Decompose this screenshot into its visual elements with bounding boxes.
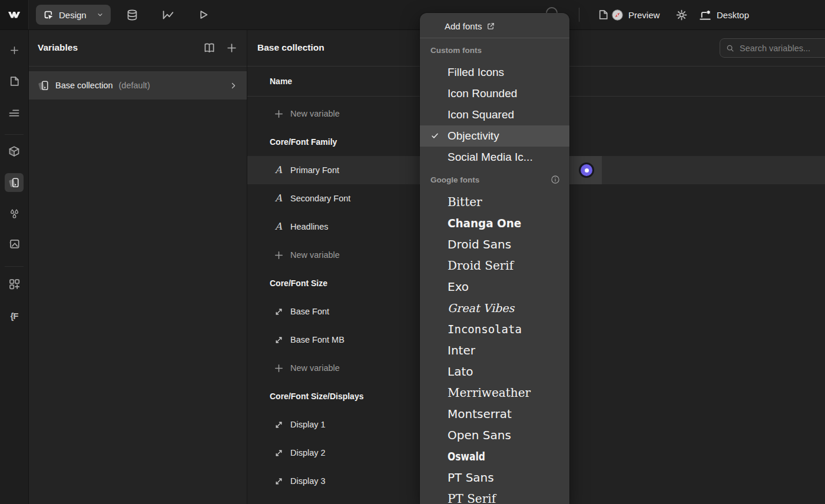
font-variable-icon: A	[273, 165, 284, 175]
row-label: New variable	[290, 109, 340, 118]
collection-row-base-collection[interactable]: Base collection (default)	[28, 71, 247, 100]
preview-label: Preview	[628, 10, 660, 20]
desktop-label: Desktop	[717, 10, 749, 20]
font-option-label: Inconsolata	[448, 323, 522, 336]
font-option-changa-one[interactable]: Changa One	[420, 213, 569, 234]
font-option-label: Lato	[448, 364, 473, 379]
font-option-label: Oswald	[448, 449, 485, 463]
plus-icon	[273, 108, 284, 119]
font-option-label: Filled Icons	[448, 66, 504, 79]
swatchbook-icon	[38, 79, 49, 91]
font-option-great-vibes[interactable]: Great Vibes	[420, 297, 569, 319]
font-option-label: Exo	[448, 280, 469, 294]
font-option-label: Bitter	[448, 195, 482, 209]
rail-components-icon[interactable]	[5, 142, 24, 161]
font-variable-icon: A	[273, 221, 284, 232]
collection-default-suffix: (default)	[119, 81, 150, 90]
font-option-lato[interactable]: Lato	[420, 361, 569, 382]
row-label: Headlines	[290, 222, 329, 231]
font-option-droid-sans[interactable]: Droid Sans	[420, 234, 569, 255]
add-fonts-button[interactable]: Add fonts	[420, 14, 569, 38]
font-sections: Custom fontsFilled IconsIcon RoundedIcon…	[420, 38, 569, 504]
rail-variables-icon[interactable]	[5, 173, 24, 192]
webflow-designer: Design	[0, 0, 825, 504]
docs-book-icon[interactable]	[202, 41, 216, 55]
analytics-chart-icon[interactable]	[160, 8, 174, 22]
font-option-icon-squared[interactable]: Icon Squared	[420, 104, 569, 125]
search-variables-box	[720, 38, 825, 58]
left-toolbar: {F	[0, 29, 29, 504]
rail-separator	[5, 266, 24, 267]
plus-icon	[273, 250, 284, 260]
rail-pages-icon[interactable]	[5, 72, 24, 91]
font-option-label: Icon Squared	[448, 108, 514, 121]
row-label: Core/Font Size/Displays	[270, 392, 363, 401]
font-option-inter[interactable]: Inter	[420, 340, 569, 361]
font-option-label: Changa One	[448, 216, 521, 230]
font-option-oswald[interactable]: Oswald	[420, 446, 569, 467]
design-label: Design	[59, 10, 87, 20]
variables-panel: Variables Base collection (default)	[28, 29, 247, 504]
chevron-right-icon	[230, 82, 237, 89]
row-label: New variable	[290, 250, 340, 260]
size-variable-icon	[273, 419, 284, 430]
chevron-down-icon	[97, 11, 104, 18]
panel-title: Variables	[38, 42, 78, 53]
settings-gear-icon[interactable]	[674, 8, 688, 22]
add-fonts-label: Add fonts	[445, 21, 482, 31]
row-label: Secondary Font	[290, 194, 350, 203]
checkmark-icon	[430, 131, 439, 140]
external-link-icon	[486, 22, 495, 31]
size-variable-icon	[273, 334, 284, 345]
font-option-label: PT Sans	[448, 470, 494, 485]
column-header-name: Name	[270, 77, 292, 86]
rail-separator	[5, 134, 24, 135]
mode-radio-selected[interactable]	[581, 164, 592, 176]
add-collection-icon[interactable]	[224, 41, 238, 55]
font-option-merriweather[interactable]: Merriweather	[420, 382, 569, 403]
row-label: Display 3	[290, 476, 326, 486]
font-option-label: Open Sans	[448, 428, 511, 442]
font-option-pt-sans[interactable]: PT Sans	[420, 467, 569, 488]
font-option-pt-serif[interactable]: PT Serif	[420, 488, 569, 504]
font-option-social-media-ic[interactable]: Social Media Ic...	[420, 147, 569, 168]
font-section-label: Custom fonts	[420, 38, 569, 62]
font-option-icon-rounded[interactable]: Icon Rounded	[420, 83, 569, 104]
font-option-label: Objectivity	[448, 130, 499, 142]
font-option-inconsolata[interactable]: Inconsolata	[420, 319, 569, 340]
rail-custom-code-icon[interactable]: {F	[5, 306, 24, 325]
breakpoint-desktop-button[interactable]: Desktop	[698, 7, 749, 22]
info-icon[interactable]	[551, 175, 560, 184]
font-variable-icon: A	[273, 193, 284, 204]
design-mode-button[interactable]: Design	[36, 5, 111, 25]
row-label: Primary Font	[290, 165, 339, 175]
preview-button[interactable]: Preview	[611, 7, 660, 22]
rail-add-element-icon[interactable]	[5, 41, 24, 59]
page-icon[interactable]	[596, 8, 610, 22]
row-label: Base Font MB	[290, 335, 344, 344]
font-option-filled-icons[interactable]: Filled Icons	[420, 62, 569, 83]
play-icon[interactable]	[196, 8, 210, 22]
font-option-bitter[interactable]: Bitter	[420, 191, 569, 213]
cms-database-icon[interactable]	[125, 8, 139, 22]
radio-dot	[585, 168, 589, 173]
collection-title: Base collection	[257, 42, 324, 53]
rail-apps-icon[interactable]	[5, 274, 24, 293]
rail-styles-icon[interactable]	[5, 204, 24, 223]
font-option-montserrat[interactable]: Montserrat	[420, 403, 569, 425]
rail-assets-icon[interactable]	[5, 234, 24, 253]
font-option-droid-serif[interactable]: Droid Serif	[420, 255, 569, 276]
rail-navigator-icon[interactable]	[5, 104, 24, 122]
font-option-objectivity[interactable]: Objectivity	[420, 125, 569, 147]
row-label: Display 1	[290, 420, 326, 429]
compass-preview-icon	[611, 9, 624, 21]
webflow-logo[interactable]	[0, 0, 29, 29]
row-label: New variable	[290, 363, 340, 373]
font-option-exo[interactable]: Exo	[420, 276, 569, 297]
search-variables-input[interactable]	[738, 43, 825, 54]
font-option-label: Montserrat	[448, 407, 512, 421]
section-label-text: Custom fonts	[430, 46, 482, 55]
desktop-breakpoint-icon	[698, 9, 712, 21]
size-variable-icon	[273, 306, 284, 317]
font-option-open-sans[interactable]: Open Sans	[420, 425, 569, 446]
